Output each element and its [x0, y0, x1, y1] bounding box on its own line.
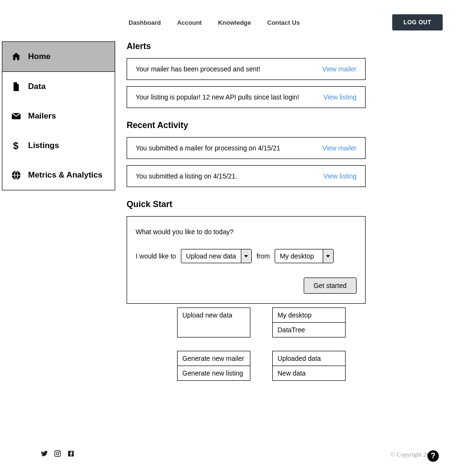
nav-dashboard[interactable]: Dashboard	[129, 19, 161, 26]
option-row: Generate new mailer Generate new listing…	[177, 351, 367, 381]
option-datatree[interactable]: DataTree	[273, 323, 345, 337]
sidebar-item-label: Listings	[28, 141, 59, 150]
quickstart-row: I would like to Upload new data from My …	[136, 249, 357, 263]
option-generate-listing[interactable]: Generate new listing	[178, 366, 250, 380]
action-options-box: Upload new data	[177, 307, 250, 337]
file-icon	[11, 81, 21, 92]
main-content: Alerts Your mailer has been processed an…	[127, 41, 366, 316]
alert-text: Your mailer has been processed and sent!	[136, 65, 260, 73]
nav-account[interactable]: Account	[177, 19, 202, 26]
option-my-desktop[interactable]: My desktop	[273, 308, 345, 323]
globe-icon	[11, 170, 21, 180]
get-started-button[interactable]: Get started	[304, 278, 357, 294]
svg-text:$: $	[13, 140, 19, 151]
action-options-box: Generate new mailer Generate new listing	[177, 351, 250, 381]
recent-title: Recent Activity	[127, 120, 366, 130]
activity-text: You submitted a mailer for processing on…	[136, 144, 280, 152]
svg-point-4	[59, 452, 60, 453]
option-uploaded-data[interactable]: Uploaded data	[273, 351, 345, 366]
quickstart-middle-text: from	[257, 252, 270, 260]
sidebar-item-listings[interactable]: $ Listings	[2, 131, 115, 160]
option-row: Upload new data My desktop DataTree	[177, 307, 367, 337]
sidebar-item-mailers[interactable]: Mailers	[2, 101, 115, 131]
help-button[interactable]: ?	[427, 450, 439, 462]
alert-text: Your listing is popular! 12 new API pull…	[136, 93, 299, 101]
sidebar-item-data[interactable]: Data	[2, 72, 115, 101]
top-nav: Dashboard Account Knowledge Contact Us L…	[129, 14, 443, 30]
alerts-section: Alerts Your mailer has been processed an…	[127, 41, 366, 108]
sidebar: Home Data Mailers $ Listings Metrics & A…	[2, 41, 115, 190]
view-listing-link[interactable]: View listing	[323, 172, 357, 180]
quickstart-title: Quick Start	[127, 199, 366, 209]
action-dropdown[interactable]: Upload new data	[181, 249, 252, 263]
logout-button[interactable]: LOG OUT	[392, 14, 443, 30]
activity-card: You submitted a mailer for processing on…	[127, 137, 366, 159]
chevron-down-icon	[241, 249, 251, 263]
option-upload-new-data[interactable]: Upload new data	[178, 308, 250, 322]
facebook-icon[interactable]	[67, 450, 75, 459]
option-generate-mailer[interactable]: Generate new mailer	[178, 351, 250, 366]
action-dropdown-value: Upload new data	[181, 249, 241, 263]
quickstart-prompt: What would you like to do today?	[136, 228, 357, 236]
source-dropdown-value: My desktop	[275, 249, 323, 263]
alert-card: Your mailer has been processed and sent!…	[127, 58, 366, 80]
top-nav-links: Dashboard Account Knowledge Contact Us	[129, 19, 300, 26]
quickstart-box: What would you like to do today? I would…	[127, 216, 366, 304]
source-options-box: My desktop DataTree	[272, 307, 346, 337]
sidebar-item-home[interactable]: Home	[2, 42, 115, 72]
alert-card: Your listing is popular! 12 new API pull…	[127, 86, 366, 108]
dollar-icon: $	[11, 140, 21, 151]
source-options-box: Uploaded data New data	[272, 351, 346, 381]
view-mailer-link[interactable]: View mailer	[322, 144, 357, 152]
sidebar-item-label: Metrics & Analytics	[28, 170, 102, 180]
alerts-title: Alerts	[127, 41, 366, 51]
recent-section: Recent Activity You submitted a mailer f…	[127, 120, 366, 187]
sidebar-item-label: Mailers	[28, 111, 56, 121]
view-mailer-link[interactable]: View mailer	[322, 65, 357, 73]
svg-point-3	[56, 452, 59, 455]
sidebar-item-metrics[interactable]: Metrics & Analytics	[2, 160, 115, 190]
quickstart-section: Quick Start What would you like to do to…	[127, 199, 366, 304]
sidebar-item-label: Data	[28, 82, 46, 91]
nav-contact[interactable]: Contact Us	[267, 19, 300, 26]
nav-knowledge[interactable]: Knowledge	[218, 19, 251, 26]
sidebar-item-label: Home	[28, 52, 50, 61]
quickstart-lead-text: I would like to	[136, 252, 176, 260]
social-links	[40, 450, 75, 459]
twitter-icon[interactable]	[40, 450, 48, 459]
home-icon	[11, 51, 21, 62]
option-new-data[interactable]: New data	[273, 366, 345, 380]
view-listing-link[interactable]: View listing	[323, 93, 357, 101]
mail-icon	[11, 111, 21, 121]
instagram-icon[interactable]	[54, 450, 61, 459]
footer: © Copyright 2020	[0, 450, 476, 459]
activity-text: You submitted a listing on 4/15/21.	[136, 172, 238, 180]
chevron-down-icon	[323, 249, 333, 263]
option-lists: Upload new data My desktop DataTree Gene…	[177, 307, 367, 394]
source-dropdown[interactable]: My desktop	[275, 249, 334, 263]
activity-card: You submitted a listing on 4/15/21. View…	[127, 165, 366, 187]
